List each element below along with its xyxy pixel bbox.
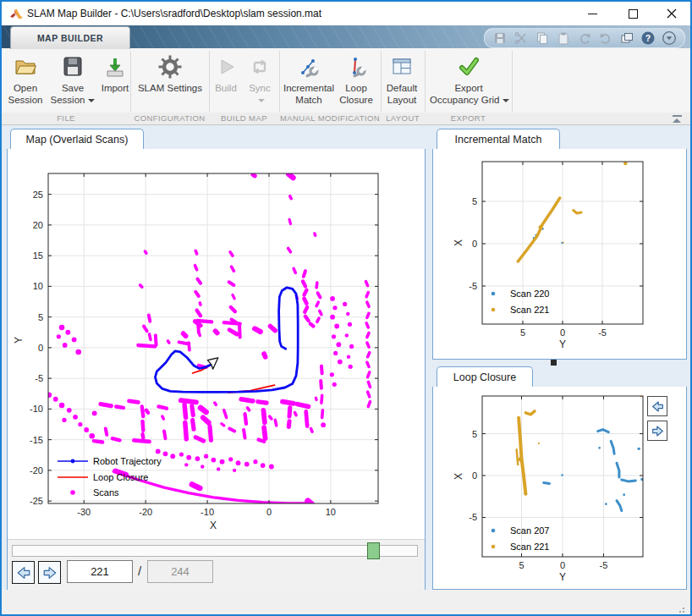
dropdown-caret-icon — [88, 99, 95, 102]
help-icon[interactable]: ? — [640, 30, 656, 46]
scan-count-separator: / — [138, 564, 141, 578]
section-label-build-map: BUILD MAP — [209, 113, 279, 123]
maximize-button[interactable] — [614, 2, 652, 25]
tab-incremental-match[interactable]: Incremental Match — [437, 129, 560, 150]
incremental-match-button[interactable]: Incremental Match — [282, 52, 336, 106]
close-button[interactable] — [652, 2, 690, 25]
current-scan-input[interactable] — [67, 560, 133, 583]
export-occupancy-grid-button[interactable]: Export Occupancy Grid — [430, 52, 508, 106]
button-label: Layout — [387, 95, 417, 105]
window-title: SLAM Map Builder - C:\Users\sradford\Des… — [27, 8, 321, 19]
button-label: Import — [102, 83, 129, 93]
loop-closure-icon — [337, 52, 376, 82]
incremental-match-panel — [432, 149, 687, 360]
collapse-icon — [673, 115, 682, 117]
ribbon-section-labels: FILE CONFIGURATION BUILD MAP MANUAL MODI… — [2, 113, 690, 124]
window-layout-icon[interactable] — [619, 30, 634, 46]
scan-slider-strip: / — [8, 539, 425, 590]
button-label: Build — [215, 83, 237, 93]
check-icon — [430, 52, 508, 82]
tab-map-overlaid-scans[interactable]: Map (Overlaid Scans) — [10, 129, 144, 150]
tab-map-builder[interactable]: MAP BUILDER — [10, 26, 130, 49]
button-label: Closure — [339, 95, 373, 105]
loop-closure-panel — [432, 387, 687, 590]
dropdown-caret-icon — [503, 99, 509, 102]
section-label-layout: LAYOUT — [381, 113, 425, 123]
open-folder-icon — [5, 52, 46, 82]
gear-icon — [134, 52, 206, 82]
loop-closure-button[interactable]: Loop Closure — [337, 52, 376, 106]
toolstrip-ribbon: Open Session Save Session Import — [2, 48, 690, 125]
minimize-button[interactable] — [574, 2, 612, 25]
title-bar: SLAM Map Builder - C:\Users\sradford\Des… — [2, 2, 690, 25]
button-label: Session — [8, 95, 43, 105]
more-options-icon[interactable] — [662, 30, 677, 46]
close-icon — [667, 8, 677, 19]
button-label: Sync — [249, 83, 271, 93]
save-disk-icon — [49, 52, 96, 82]
copy-icon[interactable] — [535, 30, 550, 46]
scan-slider-thumb[interactable] — [367, 542, 380, 559]
section-divider — [279, 51, 280, 112]
default-layout-button[interactable]: Default Layout — [382, 52, 421, 106]
play-icon — [210, 52, 242, 82]
section-label-export: EXPORT — [425, 113, 512, 123]
button-label: Occupancy Grid — [430, 95, 499, 105]
scan-slider-track[interactable] — [12, 545, 418, 557]
import-button[interactable]: Import — [98, 52, 132, 94]
cut-icon[interactable] — [514, 30, 529, 46]
redo-icon[interactable] — [598, 30, 613, 46]
next-loop-closure-button[interactable] — [647, 421, 667, 441]
sync-button: Sync — [244, 52, 275, 106]
button-label: Session — [51, 95, 85, 105]
section-divider — [512, 51, 513, 112]
open-session-button[interactable]: Open Session — [5, 52, 46, 106]
button-label: Open — [14, 83, 37, 93]
incremental-match-icon — [282, 52, 336, 82]
sync-icon — [244, 52, 275, 82]
matlab-logo-icon — [9, 7, 24, 21]
loop-panel-tab-bar: Loop Closure — [432, 366, 687, 388]
button-label: Default — [387, 83, 417, 93]
arrow-left-icon — [14, 564, 33, 582]
total-scans-field — [147, 560, 213, 583]
tab-loop-closure[interactable]: Loop Closure — [437, 366, 533, 388]
section-label-manual-modification: MANUAL MODIFICATION — [279, 113, 381, 123]
maximize-icon — [629, 9, 638, 19]
slam-map-builder-window: SLAM Map Builder - C:\Users\sradford\Des… — [0, 0, 692, 616]
save-icon[interactable] — [492, 30, 508, 46]
section-label-configuration: CONFIGURATION — [130, 113, 209, 123]
undo-icon[interactable] — [577, 30, 592, 46]
svg-text:?: ? — [645, 33, 651, 43]
section-label-file: FILE — [2, 113, 130, 123]
paste-icon[interactable] — [556, 30, 571, 46]
button-label: Match — [295, 95, 321, 105]
toolstrip-tab-bar: MAP BUILDER ? — [2, 25, 690, 48]
build-button: Build — [210, 52, 242, 94]
previous-loop-closure-button[interactable] — [647, 396, 667, 416]
map-panel-tab-bar: Map (Overlaid Scans) — [7, 129, 426, 150]
panel-splitter-handle[interactable] — [551, 360, 557, 366]
section-divider — [381, 51, 382, 112]
button-label: Export — [454, 83, 482, 93]
button-label: Loop — [345, 83, 367, 93]
arrow-right-icon — [650, 423, 666, 439]
incremental-panel-tab-bar: Incremental Match — [432, 129, 687, 150]
slam-settings-button[interactable]: SLAM Settings — [134, 52, 206, 94]
button-label: Incremental — [283, 83, 334, 93]
button-label: SLAM Settings — [138, 83, 202, 93]
dropdown-caret-icon — [258, 99, 265, 102]
button-label: Save — [62, 83, 84, 93]
save-session-button[interactable]: Save Session — [49, 52, 96, 106]
import-icon — [98, 52, 132, 82]
previous-scan-button[interactable] — [12, 561, 35, 584]
resize-grip[interactable] — [683, 608, 684, 609]
collapse-toolstrip-button[interactable] — [672, 114, 684, 124]
status-strip — [2, 590, 690, 614]
map-panel — [7, 149, 426, 590]
minimize-icon — [588, 14, 597, 14]
quick-access-toolbar: ? — [484, 28, 685, 48]
next-scan-button[interactable] — [38, 561, 61, 584]
arrow-left-icon — [650, 399, 666, 415]
arrow-right-icon — [41, 564, 59, 582]
